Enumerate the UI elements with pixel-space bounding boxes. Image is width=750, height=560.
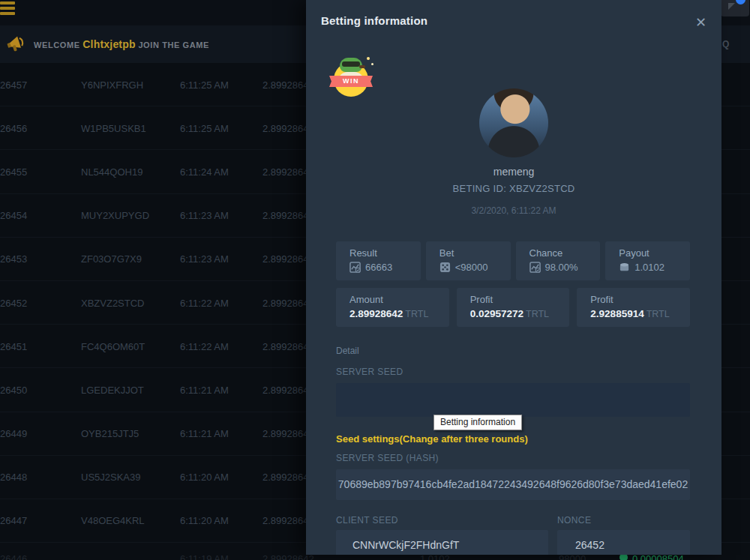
win-badge: WIN [327,55,375,97]
bet-player-cell: W1PB5USKB1 [81,122,146,133]
bet-time-cell: 6:11:21 AM [180,384,229,395]
welcome-prefix: WELCOME [34,40,82,49]
bet-id-cell: 26453 [0,253,27,265]
bet-player-cell: OYB215JTJ5 [81,428,139,439]
stat-value: <98000 [455,262,488,273]
bet-id-cell: 26447 [0,515,27,526]
bet-time-cell: 6:11:22 AM [180,340,229,352]
megaphone-icon [6,32,28,55]
bet-time-cell: 6:11:21 AM [180,428,229,439]
avatar[interactable] [479,88,548,157]
currency-unit: TRTL [526,309,549,319]
tooltip: Betting information [434,415,522,430]
stat-box-bet: Bet <98000 [426,241,511,280]
bet-id-cell: 26451 [0,340,27,352]
close-icon[interactable]: ✕ [692,13,710,32]
stat-value: 98.00% [545,262,578,273]
stat-box-chance: Chance 98.00% [516,241,601,280]
currency-unit: TRTL [646,309,670,319]
bet-id-cell: 26455 [0,166,27,177]
cigar-icon [359,65,365,68]
bet-player-cell: ZF03O7G7X9 [81,253,142,265]
bet-timestamp: 3/2/2020, 6:11:22 AM [306,205,722,216]
profit-box: Profit 0.02957272TRTL [457,288,570,327]
stat-value: 66663 [365,262,392,273]
stat-label: Result [350,247,421,259]
bet-player-cell: V48OEG4KRL [81,515,145,526]
modal-title: Betting information [321,14,428,27]
bet-time-cell: 6:11:25 AM [180,122,229,133]
welcome-username: Clhtxjetpb [82,38,135,50]
faq-link-partial[interactable]: Q [722,39,729,49]
bet-player-cell: Y6NPIXFRGH [81,79,143,90]
server-seed-label: SERVER SEED [336,367,404,377]
client-seed-field[interactable]: CNNrWCkjF2FHdnGfT [336,530,548,555]
bet-time-cell: 6:11:19 AM [180,553,229,560]
bet-id-cell: 26456 [0,122,27,133]
bet-time-cell: 6:11:24 AM [180,166,229,177]
amounts-row: Amount 2.89928642TRTL Profit 0.02957272T… [336,288,690,327]
sparkle-icon [367,57,370,60]
dice-icon [440,262,451,273]
stat-label: Bet [440,247,511,259]
bet-id-cell: 26457 [0,79,27,90]
bet-time-cell: 6:11:23 AM [180,210,229,221]
seed-settings-note: Seed settings(Change after three rounds) [336,433,528,445]
amount-box: Amount 2.89928642TRTL [336,288,449,327]
coins-icon [619,262,630,273]
sunglasses-icon [342,61,360,67]
amount-label: Amount [350,294,449,305]
server-seed-field[interactable] [336,383,690,417]
win-ribbon: WIN [329,76,373,87]
currency-unit: TRTL [405,309,428,319]
detail-label: Detail [336,346,359,356]
stat-value: 1.0102 [634,262,664,273]
chart-check-icon [350,262,361,273]
bet-player-cell: LGEDEKJJOT [81,384,144,395]
bet-player-cell: US5J2SKA39 [81,472,141,483]
app-root: WELCOME Clhtxjetpb JOIN THE GAME Q 26457… [0,0,750,560]
bet-id-cell: 26449 [0,428,27,439]
stat-box-payout: Payout 1.0102 [605,241,690,280]
bet-id-cell: 26450 [0,384,27,395]
amount-value: 2.89928642 [350,308,403,319]
nonce-field[interactable]: 26452 [557,530,690,555]
betting-id: BETING ID: XBZVZ2STCD [306,183,722,194]
bet-time-cell: 6:11:22 AM [180,297,229,308]
stat-label: Payout [619,247,690,259]
profit-value: 0.02957272 [470,308,524,319]
header-action-button[interactable] [721,0,749,16]
welcome-message: WELCOME Clhtxjetpb JOIN THE GAME [34,25,209,63]
client-seed-label: CLIENT SEED [336,515,398,526]
stat-box-result: Result 66663 [336,241,421,280]
chart-check-icon [530,262,541,273]
bet-time-cell: 6:11:20 AM [180,472,229,483]
server-seed-hash-label: SERVER SEED (HASH) [336,453,439,463]
bet-id-cell: 26448 [0,472,27,483]
profit-value: 2.92885914 [590,308,644,319]
hamburger-menu-icon[interactable] [0,1,16,18]
stats-row: Result 66663 Bet [336,241,690,280]
nonce-label: NONCE [557,515,591,526]
stat-label: Chance [530,247,601,259]
bet-player-cell: FC4Q6OM60T [81,340,145,352]
player-name: memeng [306,166,722,178]
sparkle-icon [371,63,374,65]
bet-time-cell: 6:11:23 AM [180,253,229,265]
corner-arrow-icon [726,1,736,11]
profit-total-box: Profit 2.92885914TRTL [577,288,690,327]
bet-player-cell: XBZVZ2STCD [81,297,145,308]
bet-player-cell: MUY2XUPYGD [81,210,149,221]
bet-id-cell: 26454 [0,210,27,221]
bet-id-cell: 26452 [0,297,27,308]
welcome-suffix: JOIN THE GAME [138,40,209,49]
profit-label: Profit [590,294,690,305]
betting-information-modal: Betting information ✕ WIN memeng BETING … [306,0,722,555]
bet-time-cell: 6:11:20 AM [180,515,229,526]
profit-label: Profit [470,294,570,305]
server-seed-hash-field[interactable]: 70689eb897b97416cb4fe2ad18472243492648f9… [336,469,690,500]
bet-player-cell: NL544QOH19 [81,166,142,177]
bet-id-cell: 26446 [0,553,27,560]
bet-time-cell: 6:11:25 AM [180,79,229,90]
